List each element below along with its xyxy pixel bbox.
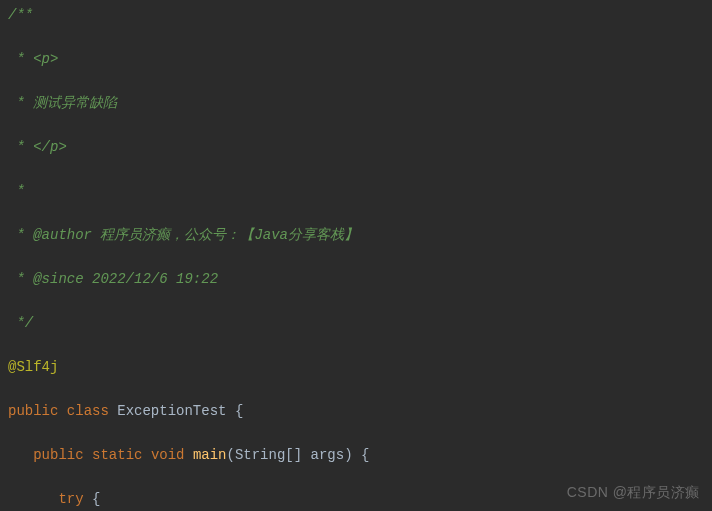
kw-void: void xyxy=(151,447,185,463)
kw-static: static xyxy=(92,447,142,463)
javadoc-blank: * xyxy=(8,180,704,202)
code-block: /** * <p> * 测试异常缺陷 * </p> * * @author 程序… xyxy=(8,4,704,511)
kw-public: public xyxy=(8,403,58,419)
kw-try: try xyxy=(58,491,83,507)
javadoc-p-open: * <p> xyxy=(8,48,704,70)
javadoc-end: */ xyxy=(8,312,704,334)
javadoc-desc: * 测试异常缺陷 xyxy=(8,92,704,114)
watermark: CSDN @程序员济癫 xyxy=(567,481,700,503)
kw-class: class xyxy=(67,403,109,419)
type-string-arr: String[] xyxy=(235,447,302,463)
javadoc-since: * @since 2022/12/6 19:22 xyxy=(8,268,704,290)
class-name: ExceptionTest xyxy=(117,403,226,419)
javadoc-p-close: * </p> xyxy=(8,136,704,158)
javadoc-start: /** xyxy=(8,4,704,26)
kw-public-2: public xyxy=(33,447,83,463)
javadoc-author: * @author 程序员济癫，公众号：【Java分享客栈】 xyxy=(8,224,704,246)
method-main: main xyxy=(193,447,227,463)
annotation-slf4j: @Slf4j xyxy=(8,359,58,375)
param-args: args xyxy=(311,447,345,463)
